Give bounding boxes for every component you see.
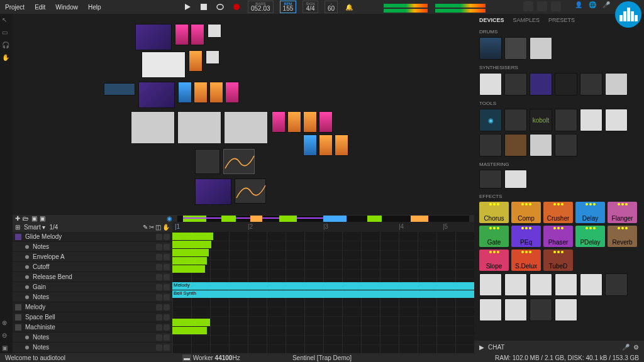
tl-tool-1[interactable]: ✚: [15, 215, 20, 222]
arrow-tool[interactable]: ↖: [2, 16, 11, 25]
fx-TubeD[interactable]: TubeD: [543, 250, 573, 271]
synth-6[interactable]: [605, 73, 628, 96]
zoom-out-icon[interactable]: ⊖: [2, 332, 11, 341]
device-synth-1[interactable]: [135, 24, 172, 50]
fx-extra-5[interactable]: [580, 273, 602, 296]
device-small-1[interactable]: [208, 24, 221, 38]
tool-7[interactable]: [479, 134, 502, 156]
stop-button[interactable]: [199, 2, 209, 12]
fx-Flanger[interactable]: Flanger: [608, 202, 637, 223]
d1[interactable]: [287, 111, 301, 133]
track-glide-melody[interactable]: Glide Melody: [13, 232, 172, 242]
tl-tool-2[interactable]: 🗁: [23, 215, 29, 222]
select-tool[interactable]: ▭: [2, 29, 11, 38]
device-mixer-1[interactable]: [131, 111, 175, 144]
hand-icon[interactable]: ✋: [162, 224, 170, 231]
device-fx-7[interactable]: [225, 82, 239, 103]
fx-extra-1[interactable]: [479, 273, 502, 296]
tl-tool-3[interactable]: ▣: [31, 215, 37, 222]
cut-icon[interactable]: ✂: [149, 224, 154, 231]
device-fx-2[interactable]: [191, 24, 204, 45]
device-synth-2[interactable]: [142, 52, 186, 78]
fx-extra-4[interactable]: [555, 273, 577, 296]
d2[interactable]: [303, 111, 317, 133]
device-fx-4[interactable]: [178, 82, 192, 103]
record-button[interactable]: [231, 2, 242, 12]
fx-extra-9[interactable]: [530, 299, 552, 321]
sub-track[interactable]: Notes: [13, 343, 172, 353]
clip-notes-1[interactable]: [172, 233, 213, 240]
tl-smart-row[interactable]: ⊞Smart ▾1/4 ✎✂◫✋: [13, 222, 172, 232]
tool-10[interactable]: [555, 134, 577, 156]
chat-toggle[interactable]: ▶CHAT🎤⚙: [474, 341, 644, 353]
chat-mic-icon[interactable]: 🎤: [622, 344, 630, 351]
clip-notes-4[interactable]: [172, 257, 207, 265]
synth-1[interactable]: [479, 73, 502, 96]
clip-bottom-2[interactable]: [172, 327, 207, 334]
fx-extra-2[interactable]: [504, 273, 527, 296]
menu-help[interactable]: Help: [88, 4, 101, 11]
fx-extra-7[interactable]: [479, 299, 502, 321]
synth-2[interactable]: [504, 73, 527, 96]
master-2[interactable]: [504, 170, 527, 189]
device-fx-6[interactable]: [209, 82, 223, 103]
drum-device-1[interactable]: [479, 37, 502, 60]
device-fx-row[interactable]: [272, 111, 286, 133]
clip-bell[interactable]: Bell Synth: [172, 290, 474, 298]
tab-presets[interactable]: PRESETS: [548, 17, 575, 23]
fx-Slope[interactable]: Slope: [479, 250, 509, 271]
pencil-icon[interactable]: ✎: [143, 224, 148, 231]
fx-Phaser[interactable]: Phaser: [543, 226, 573, 247]
clip-bottom-1[interactable]: [172, 319, 210, 326]
tab-samples[interactable]: SAMPLES: [513, 17, 540, 23]
sub-track[interactable]: Gain: [13, 282, 172, 292]
tool-8[interactable]: [504, 134, 527, 156]
clip-notes-5[interactable]: [172, 265, 205, 273]
loop-button[interactable]: [215, 2, 225, 12]
d5[interactable]: [319, 134, 333, 156]
synth-5[interactable]: [580, 73, 602, 96]
device-fx-3[interactable]: [189, 50, 203, 72]
fx-Gate[interactable]: Gate: [479, 226, 509, 247]
drum-device-2[interactable]: [504, 37, 527, 60]
fx-extra-10[interactable]: [555, 299, 577, 321]
sub-track[interactable]: Notes: [13, 332, 172, 343]
tl-tool-4[interactable]: ▣: [40, 215, 45, 222]
hand-tool[interactable]: ✋: [2, 54, 11, 63]
globe-icon[interactable]: 🌐: [589, 1, 599, 11]
device-canvas[interactable]: [13, 14, 474, 215]
tool-4[interactable]: [555, 109, 577, 131]
synth-4[interactable]: [555, 73, 577, 96]
menu-project[interactable]: Project: [5, 4, 25, 11]
fx-S.Delux[interactable]: S.Delux: [511, 250, 541, 271]
tool-9[interactable]: [530, 134, 552, 156]
tool-6[interactable]: [605, 109, 628, 131]
track-row[interactable]: Machiniste: [13, 322, 172, 332]
drum-device-3[interactable]: [530, 37, 552, 60]
sub-track[interactable]: Release Bend: [13, 272, 172, 282]
bell-icon[interactable]: 🔔: [344, 2, 354, 12]
fx-Comp[interactable]: Comp: [511, 202, 541, 223]
play-button[interactable]: [182, 2, 192, 12]
sub-track[interactable]: Envelope A: [13, 252, 172, 262]
tool-1[interactable]: ◉: [479, 109, 502, 131]
fx-Crusher[interactable]: Crusher: [543, 202, 573, 223]
fx-extra-3[interactable]: [530, 273, 552, 296]
sub-track[interactable]: Notes: [13, 292, 172, 302]
device-mixer-3[interactable]: [224, 111, 268, 144]
device-fx-1[interactable]: [175, 24, 189, 45]
fx-Delay[interactable]: Delay: [575, 202, 605, 223]
clip-notes-2[interactable]: [172, 241, 211, 248]
fx-PEq[interactable]: PEq: [511, 226, 541, 247]
fx-PDelay[interactable]: PDelay: [575, 226, 605, 247]
device-eq-2[interactable]: [223, 149, 255, 174]
fx-Chorus[interactable]: Chorus: [479, 202, 509, 223]
view-icon-2[interactable]: [537, 1, 547, 11]
clip-melody[interactable]: Melody: [172, 282, 474, 290]
d6[interactable]: [335, 134, 348, 156]
device-small-2[interactable]: [206, 50, 219, 64]
d4[interactable]: [303, 134, 317, 156]
eraser-icon[interactable]: ◫: [155, 224, 161, 231]
track-row[interactable]: Space Bell: [13, 312, 172, 322]
timeline-grid[interactable]: |1|2|3|4|5 Melody Bell Synth: [172, 222, 474, 362]
